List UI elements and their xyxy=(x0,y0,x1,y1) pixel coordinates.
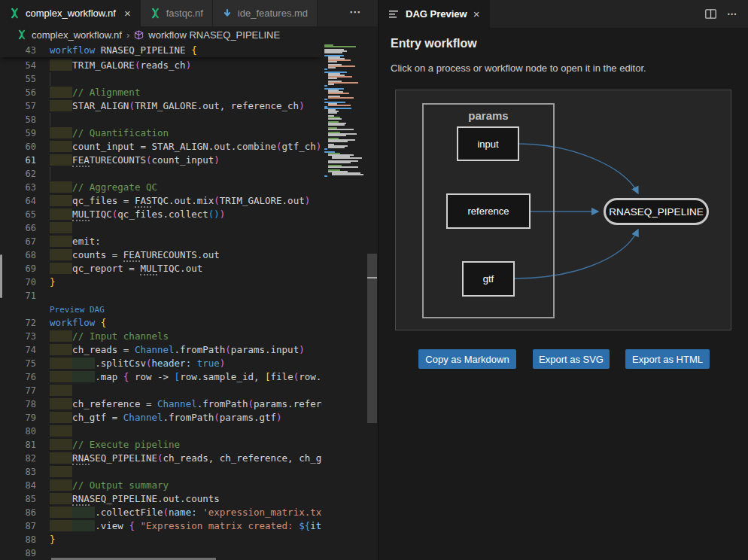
breadcrumb-file[interactable]: complex_workflow.nf xyxy=(32,29,122,41)
code-line[interactable]: 85 RNASEQ_PIPELINE.out.counts xyxy=(0,492,322,506)
code-line[interactable]: 58 xyxy=(0,113,322,126)
code-line[interactable]: 86 .collectFile(name: 'expression_matrix… xyxy=(0,506,322,519)
code-token xyxy=(50,154,72,166)
line-number: 80 xyxy=(0,425,36,438)
code-token: qc_report = xyxy=(72,263,140,274)
line-content: Preview DAG xyxy=(36,303,322,316)
split-editor-icon[interactable] xyxy=(705,9,716,19)
line-content: ch_gtf = Channel.fromPath(params.gtf) xyxy=(36,411,322,425)
code-line[interactable]: 70} xyxy=(0,275,322,289)
code-token: SEQ_PIPELINE xyxy=(90,452,157,464)
code-token: // Output summary xyxy=(72,479,169,491)
code-line[interactable]: 69 qc_report = MULTIQC.out xyxy=(0,262,322,275)
sticky-line-number: 43 xyxy=(0,44,36,57)
code-token: // Aggregate QC xyxy=(72,181,157,193)
code-line[interactable]: 68 counts = FEATURECOUNTS.out xyxy=(0,248,322,262)
code-token: 'expression_matrix.txt' xyxy=(202,507,322,518)
sticky-scroll-header[interactable]: 43 workflow RNASEQ_PIPELINE { xyxy=(0,44,322,57)
code-line[interactable]: 57 STAR_ALIGN(TRIM_GALORE.out, reference… xyxy=(0,99,322,113)
tab-ide-features[interactable]: ide_features.md xyxy=(213,0,318,26)
code-token: ch_reads = xyxy=(72,344,135,355)
code-line[interactable]: 74 ch_reads = Channel.fromPath(params.in… xyxy=(0,343,322,357)
close-icon[interactable]: × xyxy=(473,8,480,20)
code-token: TIQC xyxy=(90,208,112,220)
panel-more-actions-icon[interactable]: ⋯ xyxy=(727,8,737,20)
nextflow-file-icon xyxy=(9,8,20,19)
dag-diagram: params input reference gtf RNASEQ_PIPELI… xyxy=(395,90,731,330)
code-line[interactable]: 77 xyxy=(0,384,322,397)
code-line[interactable]: 78 ch_reference = Channel.fromPath(param… xyxy=(0,397,322,411)
code-line[interactable]: 61 FEATURECOUNTS(count_input) xyxy=(0,154,322,167)
breadcrumb-symbol[interactable]: workflow RNASEQ_PIPELINE xyxy=(148,29,280,41)
editor-group: complex_workflow.nf × fastqc.nf ide_feat… xyxy=(0,0,378,560)
code-editor[interactable]: 54 TRIM_GALORE(reads_ch)5556 // Alignmen… xyxy=(0,43,378,560)
code-line[interactable]: 79 ch_gtf = Channel.fromPath(params.gtf) xyxy=(0,411,322,425)
code-line[interactable]: 75 .splitCsv(header: true) xyxy=(0,357,322,370)
code-line[interactable]: 88} xyxy=(0,533,322,546)
line-number: 66 xyxy=(0,221,36,235)
breadcrumb[interactable]: complex_workflow.nf › workflow RNASEQ_PI… xyxy=(0,26,378,43)
line-number: 75 xyxy=(0,357,36,370)
code-token: ch_reference = xyxy=(72,398,157,409)
code-token: workflow xyxy=(50,317,95,328)
code-line[interactable]: 56 // Alignment xyxy=(0,86,322,99)
line-number: 84 xyxy=(0,479,36,492)
dag-node-rnaseq-pipeline[interactable]: RNASEQ_PIPELINE xyxy=(604,198,709,225)
line-content: emit: xyxy=(36,235,322,248)
code-line[interactable]: 71 xyxy=(0,289,322,303)
code-line[interactable]: 66 xyxy=(0,221,322,235)
codelens-row[interactable]: Preview DAG xyxy=(0,303,322,316)
line-number: 89 xyxy=(0,546,36,560)
code-line[interactable]: 62 xyxy=(0,167,322,181)
line-number: 68 xyxy=(0,248,36,262)
code-line[interactable]: 60 count_input = STAR_ALIGN.out.combine(… xyxy=(0,140,322,154)
code-line[interactable]: 63 // Aggregate QC xyxy=(0,181,322,194)
code-line[interactable]: 80 xyxy=(0,425,322,438)
code-token: counts = xyxy=(72,249,123,260)
code-line[interactable]: 55 xyxy=(0,72,322,86)
editor-more-actions-icon[interactable]: ⋯ xyxy=(349,5,361,19)
tab-fastqc[interactable]: fastqc.nf xyxy=(141,0,213,26)
code-line[interactable]: 81 // Execute pipeline xyxy=(0,438,322,452)
code-token xyxy=(50,358,72,369)
close-icon[interactable]: × xyxy=(124,8,131,19)
line-content: .splitCsv(header: true) xyxy=(36,357,322,370)
minimap[interactable] xyxy=(322,44,366,560)
code-token: "Expression matrix created: xyxy=(140,520,299,531)
code-line[interactable]: 82 RNASEQ_PIPELINE(ch_reads, ch_referenc… xyxy=(0,452,322,465)
code-token: ( xyxy=(129,100,135,111)
code-line[interactable]: 64 qc_files = FASTQC.out.mix(TRIM_GALORE… xyxy=(0,194,322,208)
export-as-html-button[interactable]: Export as HTML xyxy=(625,349,710,369)
tab-complex-workflow[interactable]: complex_workflow.nf × xyxy=(0,0,141,26)
code-line[interactable]: 73 // Input channels xyxy=(0,330,322,343)
dag-node-gtf[interactable]: gtf xyxy=(462,261,515,297)
codelens-link[interactable]: Preview DAG xyxy=(50,305,105,315)
code-line[interactable]: 87 .view { "Expression matrix created: $… xyxy=(0,519,322,533)
code-token xyxy=(50,412,72,423)
code-line[interactable]: 59 // Quantification xyxy=(0,126,322,140)
scrollbar-thumb[interactable] xyxy=(367,254,377,423)
code-line[interactable]: 67 emit: xyxy=(0,235,322,248)
code-line[interactable]: 65 MULTIQC(qc_files.collect()) xyxy=(0,208,322,221)
code-token: it xyxy=(310,520,321,531)
code-line[interactable]: 84 // Output summary xyxy=(0,479,322,492)
dag-group-label: params xyxy=(424,109,553,122)
tab-dag-preview[interactable]: DAG Preview × xyxy=(379,0,490,28)
code-token: params.reference xyxy=(254,398,322,409)
code-token xyxy=(72,520,95,531)
dag-node-reference[interactable]: reference xyxy=(446,193,531,229)
code-line[interactable]: 83 xyxy=(0,465,322,479)
left-edge-handle xyxy=(0,254,2,298)
code-lines[interactable]: 54 TRIM_GALORE(reads_ch)5556 // Alignmen… xyxy=(0,59,322,560)
dag-node-input[interactable]: input xyxy=(457,126,519,161)
panel-tab-bar: DAG Preview × ⋯ xyxy=(379,0,748,28)
vertical-scrollbar[interactable] xyxy=(366,43,378,560)
line-number: 85 xyxy=(0,492,36,506)
code-line[interactable]: 76 .map { row -> [row.sample_id, [file(r… xyxy=(0,370,322,384)
copy-as-markdown-button[interactable]: Copy as Markdown xyxy=(418,349,516,369)
code-line[interactable]: 72workflow { xyxy=(0,316,322,330)
code-line[interactable]: 54 TRIM_GALORE(reads_ch) xyxy=(0,59,322,72)
export-as-svg-button[interactable]: Export as SVG xyxy=(533,349,610,369)
sticky-line-content: workflow RNASEQ_PIPELINE { xyxy=(36,44,322,57)
line-content: RNASEQ_PIPELINE(ch_reads, ch_reference, … xyxy=(36,452,322,465)
